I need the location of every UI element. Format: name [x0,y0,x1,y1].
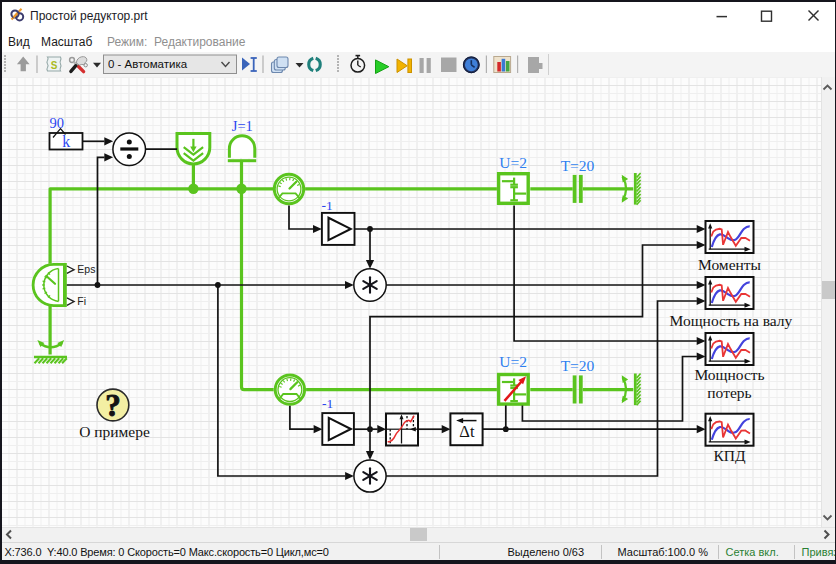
svg-text:U=2: U=2 [499,154,527,171]
svg-text:T=20: T=20 [560,357,594,374]
svg-text:Моменты: Моменты [697,256,761,273]
svg-text:Eps: Eps [77,263,95,275]
svg-text:О примере: О примере [79,423,150,440]
svg-text:Мощность на валу: Мощность на валу [669,312,792,329]
svg-text:J=1: J=1 [231,118,252,134]
svg-text:Δt: Δt [459,422,475,441]
svg-text:90: 90 [49,115,64,131]
svg-text:-1: -1 [321,198,332,213]
svg-text:0 - Автоматика: 0 - Автоматика [108,58,188,70]
svg-text:S: S [51,59,58,70]
svg-text:?: ? [105,388,121,423]
svg-text:U=2: U=2 [499,353,527,370]
svg-text:Fi: Fi [77,295,86,307]
svg-text:T=20: T=20 [560,157,594,174]
svg-text:k: k [62,133,70,150]
svg-text:Мощность: Мощность [694,366,764,383]
svg-text:КПД: КПД [713,447,746,464]
svg-text:потерь: потерь [707,384,751,401]
svg-text:-1: -1 [322,396,333,411]
